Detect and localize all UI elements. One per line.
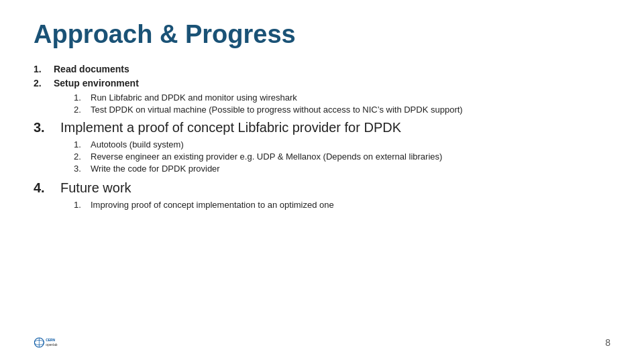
- section-3-sub-1-num: 1.: [74, 139, 91, 149]
- section-4-text: Future work: [60, 180, 131, 196]
- section-2-text: Setup environment: [54, 78, 139, 88]
- slide: Approach & Progress 1. Read documents 2.…: [0, 0, 644, 362]
- section-4-sub-1-num: 1.: [74, 200, 91, 210]
- section-2-sub-1: 1. Run Libfabric and DPDK and monitor us…: [74, 93, 610, 103]
- section-3-subsections: 1. Autotools (build system) 2. Reverse e…: [74, 139, 610, 174]
- section-4-sub-1: 1. Improving proof of concept implementa…: [74, 200, 610, 210]
- section-3-sub-2-text: Reverse engineer an existing provider e.…: [91, 152, 442, 162]
- section-2-num: 2.: [34, 78, 54, 88]
- logo-area: CERN openlab: [34, 333, 80, 353]
- section-3-num: 3.: [34, 120, 60, 135]
- section-3-text: Implement a proof of concept Libfabric p…: [60, 120, 401, 135]
- section-3-sub-3-num: 3.: [74, 164, 91, 174]
- section-2-sub-2-num: 2.: [74, 105, 91, 115]
- section-2-sub-2-text: Test DPDK on virtual machine (Possible t…: [91, 105, 463, 115]
- section-2-subsections: 1. Run Libfabric and DPDK and monitor us…: [74, 93, 610, 115]
- section-4-wrapper: 4. Future work 1. Improving proof of con…: [34, 180, 610, 210]
- section-3-sub-1-text: Autotools (build system): [91, 139, 184, 149]
- section-2-sub-2: 2. Test DPDK on virtual machine (Possibl…: [74, 105, 610, 115]
- section-4-subsections: 1. Improving proof of concept implementa…: [74, 200, 610, 210]
- section-2-sub-1-text: Run Libfabric and DPDK and monitor using…: [91, 93, 297, 103]
- content-area: 1. Read documents 2. Setup environment 1…: [34, 64, 610, 210]
- section-1-num: 1.: [34, 64, 54, 74]
- section-3-sub-3: 3. Write the code for DPDK provider: [74, 164, 610, 174]
- section-2: 2. Setup environment: [34, 78, 610, 88]
- section-3-sub-3-text: Write the code for DPDK provider: [91, 164, 220, 174]
- section-1-text: Read documents: [54, 64, 129, 74]
- section-3-sub-1: 1. Autotools (build system): [74, 139, 610, 149]
- section-3-sub-2: 2. Reverse engineer an existing provider…: [74, 152, 610, 162]
- cern-openlab-logo: CERN openlab: [34, 333, 80, 353]
- slide-title: Approach & Progress: [34, 20, 610, 49]
- page-number: 8: [605, 337, 610, 348]
- section-3: 3. Implement a proof of concept Libfabri…: [34, 120, 610, 135]
- svg-text:CERN: CERN: [46, 339, 55, 342]
- section-2-wrapper: 2. Setup environment 1. Run Libfabric an…: [34, 78, 610, 115]
- section-4-num: 4.: [34, 180, 60, 196]
- section-1: 1. Read documents: [34, 64, 610, 74]
- section-4: 4. Future work: [34, 180, 610, 196]
- section-4-sub-1-text: Improving proof of concept implementatio…: [91, 200, 334, 210]
- section-3-sub-2-num: 2.: [74, 152, 91, 162]
- section-3-wrapper: 3. Implement a proof of concept Libfabri…: [34, 120, 610, 174]
- svg-text:openlab: openlab: [46, 343, 58, 347]
- section-2-sub-1-num: 1.: [74, 93, 91, 103]
- footer: CERN openlab 8: [34, 333, 610, 353]
